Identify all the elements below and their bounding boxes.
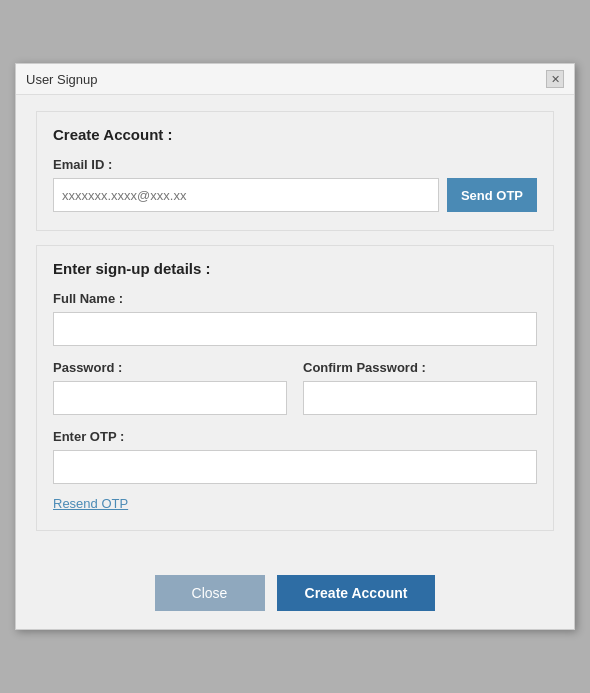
password-group: Password : (53, 360, 287, 415)
confirm-password-label: Confirm Password : (303, 360, 537, 375)
close-dialog-button[interactable]: Close (155, 575, 265, 611)
title-bar: User Signup ✕ (16, 64, 574, 95)
password-input[interactable] (53, 381, 287, 415)
resend-otp-link[interactable]: Resend OTP (53, 496, 128, 511)
user-signup-dialog: User Signup ✕ Create Account : Email ID … (15, 63, 575, 630)
close-icon: ✕ (551, 73, 560, 86)
password-row: Password : Confirm Password : (53, 360, 537, 415)
confirm-password-input[interactable] (303, 381, 537, 415)
footer-buttons: Close Create Account (16, 565, 574, 629)
send-otp-button[interactable]: Send OTP (447, 178, 537, 212)
email-input[interactable] (53, 178, 439, 212)
create-account-title: Create Account : (53, 126, 537, 143)
dialog-body: Create Account : Email ID : Send OTP Ent… (16, 95, 574, 565)
full-name-label: Full Name : (53, 291, 537, 306)
password-label: Password : (53, 360, 287, 375)
full-name-input[interactable] (53, 312, 537, 346)
otp-input[interactable] (53, 450, 537, 484)
email-label: Email ID : (53, 157, 537, 172)
create-account-button[interactable]: Create Account (277, 575, 436, 611)
signup-section-title: Enter sign-up details : (53, 260, 537, 277)
email-section: Create Account : Email ID : Send OTP (36, 111, 554, 231)
dialog-title: User Signup (26, 72, 98, 87)
enter-otp-label: Enter OTP : (53, 429, 537, 444)
title-bar-close-button[interactable]: ✕ (546, 70, 564, 88)
email-row: Send OTP (53, 178, 537, 212)
signup-section: Enter sign-up details : Full Name : Pass… (36, 245, 554, 531)
confirm-password-group: Confirm Password : (303, 360, 537, 415)
